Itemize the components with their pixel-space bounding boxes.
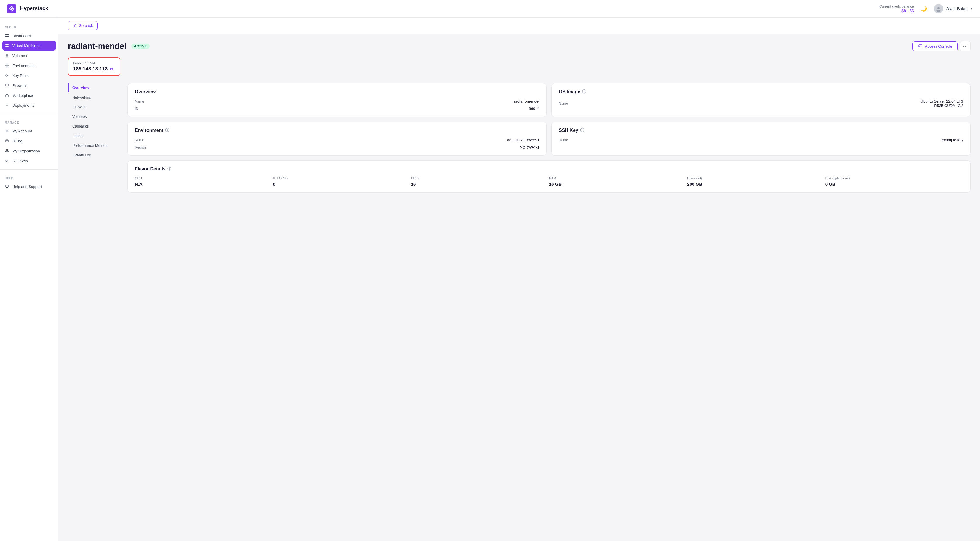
flavor-col-cpus: CPUs 16 — [411, 176, 549, 186]
sidebar-label-volumes: Volumes — [12, 54, 27, 58]
billing-icon — [5, 138, 10, 143]
svg-point-2 — [937, 7, 940, 10]
sidebar-label-help-support: Help and Support — [12, 185, 42, 189]
sidebar-label-vms: Virtual Machines — [12, 44, 40, 48]
env-name-row: Name default-NORWAY-1 — [135, 138, 539, 142]
overview-name-row: Name radiant-mendel — [135, 99, 539, 103]
ssh-name-key: Name — [559, 138, 568, 142]
flavor-col-gpu: GPU N.A. — [135, 176, 273, 186]
os-image-help-icon[interactable]: ⓘ — [582, 89, 586, 94]
flavor-col-disk-root: Disk (root) 200 GB — [687, 176, 825, 186]
svg-point-18 — [6, 130, 8, 131]
ssh-name-row: Name example-key — [559, 138, 963, 142]
left-nav-networking[interactable]: Networking — [68, 93, 121, 102]
sidebar-item-virtual-machines[interactable]: Virtual Machines — [2, 41, 56, 51]
flavor-col-ram: RAM 16 GB — [549, 176, 687, 186]
shield-icon — [5, 83, 10, 88]
overview-id-key: ID — [135, 107, 138, 111]
sidebar-label-my-account: My Account — [12, 129, 32, 134]
sidebar-label-deployments: Deployments — [12, 103, 35, 108]
theme-toggle[interactable]: 🌙 — [920, 5, 928, 13]
flavor-col-disk-ephemeral: Disk (ephemeral) 0 GB — [825, 176, 963, 186]
os-name-val: Ubuntu Server 22.04 LTS R535 CUDA 12.2 — [921, 99, 963, 108]
user-menu[interactable]: Wyatt Baker ▼ — [934, 4, 973, 13]
sidebar-label-firewalls: Firewalls — [12, 83, 27, 88]
sidebar-item-billing[interactable]: Billing — [0, 136, 58, 146]
ssh-key-card-title: SSH Key ⓘ — [559, 128, 963, 133]
os-image-card-title: OS Image ⓘ — [559, 89, 963, 94]
cloud-section-label: CLOUD — [0, 22, 58, 31]
sidebar-item-key-pairs[interactable]: Key Pairs — [0, 70, 58, 80]
sidebar-item-marketplace[interactable]: Marketplace — [0, 91, 58, 100]
svg-rect-6 — [5, 36, 7, 37]
sidebar-item-volumes[interactable]: Volumes — [0, 51, 58, 60]
avatar — [934, 4, 943, 13]
topnav-right: Current credit balance $81.66 🌙 Wyatt Ba… — [880, 4, 973, 13]
app-name: Hyperstack — [20, 6, 48, 12]
left-nav-callbacks[interactable]: Callbacks — [68, 122, 121, 131]
help-section-label: HELP — [0, 173, 58, 181]
vm-actions: Access Console ⋯ — [912, 41, 970, 51]
left-nav-labels[interactable]: Labels — [68, 131, 121, 140]
sidebar-item-help-support[interactable]: Help and Support — [0, 181, 58, 191]
credit-amount: $81.66 — [880, 8, 914, 13]
flavor-disk-ephemeral-label: Disk (ephemeral) — [825, 176, 963, 180]
svg-point-15 — [7, 104, 8, 105]
sidebar-item-deployments[interactable]: Deployments — [0, 100, 58, 110]
person-icon — [5, 129, 10, 134]
more-options-button[interactable]: ⋯ — [960, 41, 970, 51]
sidebar-item-dashboard[interactable]: Dashboard — [0, 31, 58, 41]
ssh-key-help-icon[interactable]: ⓘ — [580, 128, 584, 133]
svg-point-13 — [6, 75, 7, 76]
ip-value: 185.148.18.118 ⧉ — [73, 66, 115, 72]
environment-help-icon[interactable]: ⓘ — [165, 128, 169, 133]
ip-label: Public IP of VM — [73, 61, 115, 65]
content-grid: Overview Networking Firewall Volumes Cal… — [68, 83, 970, 193]
sidebar-label-billing: Billing — [12, 139, 22, 143]
flavor-num-gpus-val: 0 — [273, 181, 411, 186]
sidebar-label-marketplace: Marketplace — [12, 93, 33, 98]
cards-row-2: Environment ⓘ Name default-NORWAY-1 Regi… — [127, 122, 970, 156]
flavor-disk-ephemeral-val: 0 GB — [825, 181, 963, 186]
arrow-left-icon — [73, 24, 77, 28]
flavor-cpus-label: CPUs — [411, 176, 549, 180]
sidebar-label-dashboard: Dashboard — [12, 33, 31, 38]
credit-label: Current credit balance — [880, 5, 914, 8]
left-nav-events-log[interactable]: Events Log — [68, 151, 121, 160]
go-back-button[interactable]: Go back — [68, 21, 98, 30]
left-nav: Overview Networking Firewall Volumes Cal… — [68, 83, 121, 193]
left-nav-volumes[interactable]: Volumes — [68, 112, 121, 121]
sidebar-item-api-keys[interactable]: API Keys — [0, 156, 58, 166]
svg-rect-7 — [7, 36, 9, 37]
svg-point-1 — [11, 8, 13, 10]
flavor-ram-val: 16 GB — [549, 181, 687, 186]
access-console-label: Access Console — [925, 44, 952, 49]
grid-icon — [5, 33, 10, 38]
user-name: Wyatt Baker — [945, 6, 968, 11]
left-nav-firewall[interactable]: Firewall — [68, 102, 121, 111]
sidebar-item-environments[interactable]: Environments — [0, 60, 58, 70]
ip-address: 185.148.18.118 — [73, 66, 108, 72]
svg-point-22 — [8, 151, 9, 152]
flavor-cpus-val: 16 — [411, 181, 549, 186]
sidebar-item-my-organization[interactable]: My Organization — [0, 146, 58, 156]
os-image-card: OS Image ⓘ Name Ubuntu Server 22.04 LTS … — [551, 83, 970, 117]
sidebar-item-my-account[interactable]: My Account — [0, 126, 58, 136]
left-nav-performance-metrics[interactable]: Performance Metrics — [68, 141, 121, 150]
flavor-grid: GPU N.A. # of GPUs 0 CPUs 16 — [135, 176, 963, 186]
logo-icon — [7, 4, 16, 13]
main-content: Go back radiant-mendel ACTIVE Access Con… — [59, 18, 980, 541]
access-console-button[interactable]: Access Console — [912, 41, 958, 51]
svg-rect-5 — [7, 34, 9, 35]
copy-icon[interactable]: ⧉ — [110, 67, 113, 72]
left-nav-overview[interactable]: Overview — [68, 83, 121, 92]
topnav: Hyperstack Current credit balance $81.66… — [0, 0, 980, 18]
flavor-help-icon[interactable]: ⓘ — [167, 166, 171, 172]
svg-point-10 — [8, 45, 8, 45]
svg-rect-14 — [6, 95, 8, 97]
sidebar-item-firewalls[interactable]: Firewalls — [0, 80, 58, 91]
environment-card-title: Environment ⓘ — [135, 128, 539, 133]
chevron-down-icon: ▼ — [970, 7, 973, 10]
flavor-num-gpus-label: # of GPUs — [273, 176, 411, 180]
ip-box: Public IP of VM 185.148.18.118 ⧉ — [68, 57, 121, 76]
